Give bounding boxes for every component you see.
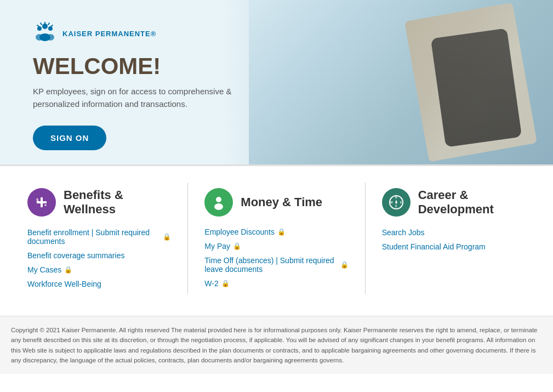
employee-discounts-link[interactable]: Employee Discounts 🔒 bbox=[204, 228, 348, 236]
my-pay-link[interactable]: My Pay 🔒 bbox=[204, 242, 348, 251]
career-development-card: N S E W Career & Development Search Jobs… bbox=[366, 183, 542, 294]
lock-icon: 🔒 bbox=[233, 242, 241, 250]
career-development-title: Career & Development bbox=[418, 188, 526, 217]
svg-point-2 bbox=[48, 26, 53, 31]
money-icon bbox=[204, 188, 233, 217]
w2-link[interactable]: W-2 🔒 bbox=[204, 279, 348, 288]
lock-icon: 🔒 bbox=[340, 261, 349, 269]
svg-text:$: $ bbox=[36, 197, 39, 202]
logo-text: KAISER PERMANENTE® bbox=[62, 30, 156, 38]
lock-icon: 🔒 bbox=[277, 228, 286, 236]
logo-area: KAISER PERMANENTE® bbox=[33, 22, 241, 45]
my-cases-link[interactable]: My Cases 🔒 bbox=[27, 265, 171, 274]
career-icon: N S E W bbox=[382, 188, 411, 217]
benefit-enrollment-link[interactable]: Benefit enrollment | Submit required doc… bbox=[27, 228, 171, 246]
lock-icon: 🔒 bbox=[221, 280, 230, 287]
hero-content: KAISER PERMANENTE® WELCOME! KP employees… bbox=[33, 22, 241, 150]
hero-section: KAISER PERMANENTE® WELCOME! KP employees… bbox=[0, 0, 553, 164]
cards-section: $ Benefits & Wellness Benefit enrollment… bbox=[0, 164, 553, 316]
lock-icon: 🔒 bbox=[163, 233, 171, 241]
lock-icon: 🔒 bbox=[64, 266, 72, 274]
money-time-title: Money & Time bbox=[241, 195, 322, 209]
card-header-benefits: $ Benefits & Wellness bbox=[27, 188, 171, 217]
search-jobs-link[interactable]: Search Jobs bbox=[382, 228, 526, 237]
card-header-money: Money & Time bbox=[204, 188, 348, 217]
hero-title: WELCOME! bbox=[33, 54, 241, 79]
svg-point-9 bbox=[216, 197, 221, 202]
footer-text: Copyright © 2021 Kaiser Permanente. All … bbox=[11, 325, 542, 366]
svg-point-10 bbox=[214, 203, 223, 210]
career-links: Search Jobs Student Financial Aid Progra… bbox=[382, 228, 526, 251]
svg-text:N: N bbox=[395, 196, 397, 199]
sign-on-button[interactable]: SIGN ON bbox=[33, 126, 106, 150]
card-header-career: N S E W Career & Development bbox=[382, 188, 526, 217]
footer: Copyright © 2021 Kaiser Permanente. All … bbox=[0, 316, 553, 374]
time-off-link[interactable]: Time Off (absences) | Submit required le… bbox=[204, 256, 348, 274]
student-financial-aid-link[interactable]: Student Financial Aid Program bbox=[382, 242, 526, 251]
svg-point-5 bbox=[47, 34, 54, 41]
money-links: Employee Discounts 🔒 My Pay 🔒 Time Off (… bbox=[204, 228, 348, 288]
svg-text:E: E bbox=[400, 201, 402, 204]
hero-background-image bbox=[249, 0, 553, 164]
hero-subtitle: KP employees, sign on for access to comp… bbox=[33, 86, 241, 110]
svg-point-4 bbox=[36, 34, 43, 41]
workforce-wellbeing-link[interactable]: Workforce Well-Being bbox=[27, 280, 171, 288]
svg-text:W: W bbox=[390, 201, 393, 204]
benefits-wellness-title: Benefits & Wellness bbox=[64, 188, 171, 217]
benefits-wellness-card: $ Benefits & Wellness Benefit enrollment… bbox=[11, 183, 188, 294]
benefits-icon: $ bbox=[27, 188, 56, 217]
benefit-coverage-link[interactable]: Benefit coverage summaries bbox=[27, 251, 171, 260]
money-time-card: Money & Time Employee Discounts 🔒 My Pay… bbox=[188, 183, 365, 294]
svg-point-1 bbox=[37, 26, 42, 31]
kaiser-logo-icon bbox=[33, 22, 57, 45]
benefits-links: Benefit enrollment | Submit required doc… bbox=[27, 228, 171, 288]
